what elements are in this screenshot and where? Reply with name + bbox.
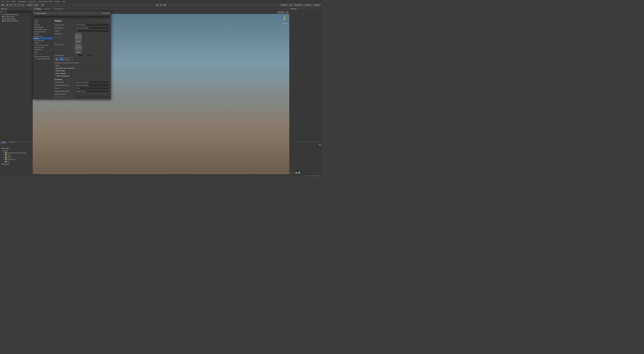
folder-icon: 📁 xyxy=(5,161,7,162)
settings-xr[interactable]: XR Plug-in Management ▼ xyxy=(33,55,53,58)
resolution-section-header[interactable]: ▶ Resolution and Presentation xyxy=(53,67,111,70)
icon-section-header[interactable]: ▶ Icon xyxy=(53,64,111,67)
help-icon[interactable]: ? xyxy=(103,20,104,22)
publishing-section-header[interactable]: ▼ Publishing Settings xyxy=(53,75,111,77)
streaming-install-row: Streaming Install xyxy=(53,93,111,95)
hotspot-y-input[interactable] xyxy=(85,54,92,57)
transform-tool[interactable]: ⬡ xyxy=(21,4,25,6)
settings-input-manager[interactable]: Input Manager xyxy=(33,26,53,28)
filter-all[interactable]: All xyxy=(286,11,289,13)
minus-btn[interactable]: − xyxy=(3,144,4,146)
gizmos-btn[interactable]: Gizmos ▼ xyxy=(277,11,285,13)
chevron-right-icon: ▶ xyxy=(51,49,52,50)
settings-physics[interactable]: Physics xyxy=(33,33,53,35)
settings-graphics[interactable]: Graphics xyxy=(33,24,53,26)
hierarchy-search[interactable] xyxy=(3,11,32,13)
hotspot-fields: X Y xyxy=(75,54,92,57)
tab-game[interactable]: 🎮 Game xyxy=(43,8,52,11)
publishing-section-title: Publishing Settings xyxy=(56,75,69,77)
settings-wmr[interactable]: Windows Mixed Reality xyxy=(33,58,53,60)
settings-preset-manager[interactable]: Preset Manager xyxy=(33,39,53,42)
search-icon[interactable]: 🔍 xyxy=(319,144,321,146)
menu-component[interactable]: Component xyxy=(28,0,37,3)
package-name-input[interactable] xyxy=(75,81,109,83)
settings-textmesh[interactable]: TextMesh Pro ▶ xyxy=(33,49,53,51)
menu-assets[interactable]: Assets xyxy=(10,0,17,3)
local-toggle[interactable]: Local xyxy=(33,4,39,6)
settings-tags-layers[interactable]: Tags and Layers xyxy=(33,46,53,49)
menu-file[interactable]: File xyxy=(1,0,5,3)
settings-script-exec[interactable]: Script Execution Order xyxy=(33,44,53,46)
rotate-tool[interactable]: ↻ xyxy=(9,4,13,6)
settings-package-manager[interactable]: Package Manager xyxy=(33,30,53,33)
move-tool[interactable]: ✥ xyxy=(5,4,9,6)
other-section-header[interactable]: ▶ Other Settings xyxy=(53,72,111,75)
platform-pc[interactable]: 🖥 xyxy=(55,57,59,61)
gear-icon[interactable]: ⚙ xyxy=(107,20,109,22)
rect-tool[interactable]: ▭ xyxy=(17,4,21,6)
settings-editor[interactable]: Editor xyxy=(33,21,53,24)
modal-minimize-btn[interactable]: _ xyxy=(103,12,105,14)
account-button[interactable]: Account ▼ xyxy=(293,4,303,6)
settings-mrtk[interactable]: Mixed Reality Toolkit xyxy=(33,28,53,30)
menu-mixed-reality[interactable]: Mixed Reality Toolkit xyxy=(38,0,54,3)
android-icon: + xyxy=(66,58,67,60)
settings-time[interactable]: Time xyxy=(33,51,53,53)
cloud-button[interactable]: ☁ xyxy=(289,4,293,6)
hierarchy-item-light[interactable]: 💡 Directional Light xyxy=(0,16,33,18)
star-icon[interactable]: ⭐ xyxy=(295,172,297,174)
pause-button[interactable]: ⏸ xyxy=(159,4,163,6)
step-button[interactable]: ⏭ xyxy=(163,4,167,6)
play-button[interactable]: ▶ xyxy=(155,4,159,6)
eye-icon[interactable]: 👁 xyxy=(293,172,294,174)
menu-edit[interactable]: Edit xyxy=(5,0,10,3)
layers-button[interactable]: Layers ▼ xyxy=(303,4,312,6)
icon-select-button[interactable]: Select xyxy=(75,40,82,43)
layout-button[interactable]: Layout ▼ xyxy=(313,4,321,6)
version-input[interactable] xyxy=(75,30,109,32)
tab-project[interactable]: Project xyxy=(0,141,7,144)
hand-tool[interactable]: ✋ xyxy=(1,4,5,6)
platform-ios[interactable]: 📱 xyxy=(69,57,73,61)
hierarchy-item-playspace[interactable]: 🔲 MixedRealityPlayspace xyxy=(0,20,33,22)
hotspot-x-input[interactable] xyxy=(77,54,83,57)
hierarchy-add-btn[interactable]: + xyxy=(1,10,3,13)
menu-help[interactable]: Help xyxy=(61,0,66,3)
asset-label: MRTK xyxy=(7,154,11,156)
product-name-input[interactable] xyxy=(75,27,109,29)
settings-audio[interactable]: Audio xyxy=(33,19,53,21)
splash-section-header[interactable]: ▶ Splash Image xyxy=(53,69,111,72)
company-name-input[interactable] xyxy=(75,24,109,26)
open-icon[interactable]: ↗ xyxy=(105,20,107,22)
collab-button[interactable]: Collab ▼ xyxy=(280,4,288,6)
platform-android[interactable]: + xyxy=(64,57,69,61)
extra-tool[interactable]: ⊞ xyxy=(41,4,44,6)
publisher-display-input[interactable] xyxy=(75,90,109,93)
tab-console[interactable]: Console xyxy=(7,141,15,144)
modal-close-btn[interactable]: ✕ xyxy=(108,12,110,14)
settings-quality[interactable]: Quality xyxy=(33,42,53,44)
hierarchy-item-root[interactable]: ▼ 🎮 MultiUserCapabilities xyxy=(0,13,33,16)
streaming-checkbox[interactable] xyxy=(75,93,77,95)
pub-version-input[interactable] xyxy=(75,87,109,90)
platform-uwp[interactable]: ⊞ xyxy=(60,57,64,61)
scale-tool[interactable]: ⤢ xyxy=(13,4,17,6)
center-toggle[interactable]: Center xyxy=(26,4,33,6)
settings-search-input[interactable] xyxy=(34,16,110,18)
brush-icon[interactable]: 🖌 xyxy=(290,172,292,174)
settings-content: Player ? ↗ ⚙ Company Name Product Name xyxy=(53,19,111,99)
settings-physics-2d[interactable]: Physics 2D xyxy=(33,35,53,37)
tab-scene[interactable]: 🎬 Scene xyxy=(33,8,43,11)
cursor-select-button[interactable]: Select xyxy=(75,51,82,53)
add-asset-btn[interactable]: + xyxy=(1,144,2,146)
menu-gameobject[interactable]: GameObject xyxy=(17,0,27,3)
tab-asset-store[interactable]: 🛒 Asset Store xyxy=(52,8,65,11)
hierarchy-menu-icon[interactable]: ≡ xyxy=(31,8,31,10)
hierarchy-item-mrtk[interactable]: ⚙ MixedRealityToolkit xyxy=(0,18,33,20)
menu-window[interactable]: Window xyxy=(54,0,61,3)
modal-maximize-btn[interactable]: □ xyxy=(105,12,107,14)
settings-vfx[interactable]: VFX xyxy=(33,53,53,55)
hierarchy-toolbar: + xyxy=(0,10,33,13)
settings-player[interactable]: Player xyxy=(33,37,53,39)
package-display-input[interactable] xyxy=(75,84,109,86)
